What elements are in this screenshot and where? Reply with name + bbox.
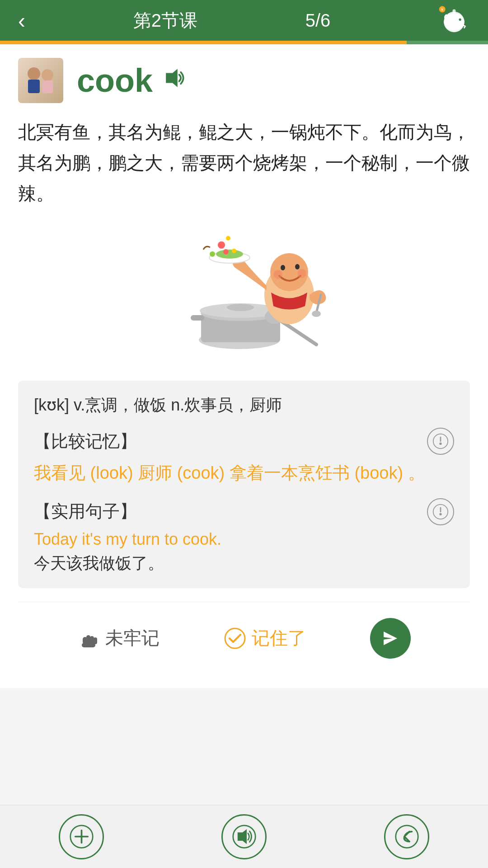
- back-nav-button[interactable]: [384, 814, 429, 859]
- svg-point-55: [395, 826, 418, 848]
- vocabulary-word: cook: [77, 62, 153, 99]
- progress-bar-fill: [0, 41, 407, 44]
- send-button[interactable]: [370, 618, 411, 659]
- practical-pin-button[interactable]: [427, 498, 454, 525]
- svg-point-6: [28, 67, 40, 80]
- svg-marker-10: [166, 69, 178, 87]
- svg-point-39: [439, 443, 441, 445]
- word-section: cook: [77, 62, 187, 99]
- svg-rect-7: [28, 80, 40, 93]
- word-header: cook: [18, 58, 470, 103]
- practical-header: 【实用句子】: [34, 498, 454, 525]
- svg-point-33: [312, 311, 321, 317]
- svg-marker-54: [237, 829, 246, 844]
- practical-english: Today it's my turn to cook.: [34, 530, 454, 549]
- phonetic-definition: [kʊk] v.烹调，做饭 n.炊事员，厨师: [34, 394, 454, 416]
- memory-header: 【比较记忆】: [34, 428, 454, 455]
- chef-illustration: [18, 222, 470, 367]
- svg-point-31: [232, 249, 236, 253]
- sound-nav-button[interactable]: [221, 814, 267, 859]
- memory-label: 【比较记忆】: [34, 430, 137, 453]
- memory-pin-button[interactable]: [427, 428, 454, 455]
- svg-point-48: [225, 628, 245, 648]
- not-memorized-button[interactable]: 未牢记: [77, 626, 160, 651]
- svg-point-3: [459, 19, 461, 21]
- app-header: ‹ 第2节课 5/6 ¥: [0, 0, 488, 41]
- memory-section: 【比较记忆】 我看见 (look) 厨师 (cook) 拿着一本烹饪书 (boo…: [34, 428, 454, 487]
- svg-point-30: [223, 249, 229, 255]
- avatar: [18, 58, 63, 103]
- svg-point-34: [218, 241, 225, 249]
- svg-point-36: [226, 236, 230, 241]
- back-button[interactable]: ‹: [18, 8, 25, 33]
- context-text: 北冥有鱼，其名为鲲，鲲之大，一锅炖不下。化而为鸟，其名为鹏，鹏之大，需要两个烧烤…: [18, 117, 470, 209]
- svg-rect-16: [191, 315, 204, 321]
- svg-point-24: [281, 265, 285, 270]
- lesson-title: 第2节课: [133, 8, 197, 33]
- definition-box: [kʊk] v.烹调，做饭 n.炊事员，厨师 【比较记忆】 我看见 (look)…: [18, 381, 470, 588]
- memory-text: 我看见 (look) 厨师 (cook) 拿着一本烹饪书 (book) 。: [34, 459, 454, 487]
- not-memorized-label: 未牢记: [105, 626, 160, 651]
- speaker-button[interactable]: [162, 66, 187, 95]
- svg-text:¥: ¥: [441, 7, 443, 12]
- main-content: cook 北冥有鱼，其名为鲲，鲲之大，一锅炖不下。化而为鸟，其名为鹏，鹏之大，需…: [0, 44, 488, 688]
- svg-point-35: [210, 251, 215, 257]
- practical-label: 【实用句子】: [34, 500, 137, 523]
- memorized-button[interactable]: 记住了: [224, 626, 306, 651]
- svg-point-29: [216, 250, 243, 259]
- svg-point-25: [295, 264, 300, 269]
- practical-chinese: 今天该我做饭了。: [34, 552, 454, 575]
- add-button[interactable]: [59, 814, 104, 859]
- svg-rect-9: [42, 80, 53, 93]
- memorized-label: 记住了: [252, 626, 306, 651]
- svg-point-8: [42, 69, 53, 81]
- svg-point-15: [227, 304, 254, 311]
- bottom-nav: [0, 805, 488, 868]
- svg-point-26: [273, 270, 282, 279]
- progress-indicator: 5/6: [305, 10, 331, 31]
- progress-bar-track: [0, 41, 488, 44]
- practical-section: 【实用句子】 Today it's my turn to cook. 今天该我做…: [34, 498, 454, 575]
- svg-rect-2: [453, 9, 456, 14]
- svg-rect-47: [82, 643, 95, 647]
- svg-point-27: [297, 269, 306, 278]
- piggy-bank-icon[interactable]: ¥: [438, 5, 470, 36]
- action-bar: 未牢记 记住了: [18, 602, 470, 675]
- svg-marker-49: [384, 632, 397, 645]
- svg-point-42: [439, 513, 441, 515]
